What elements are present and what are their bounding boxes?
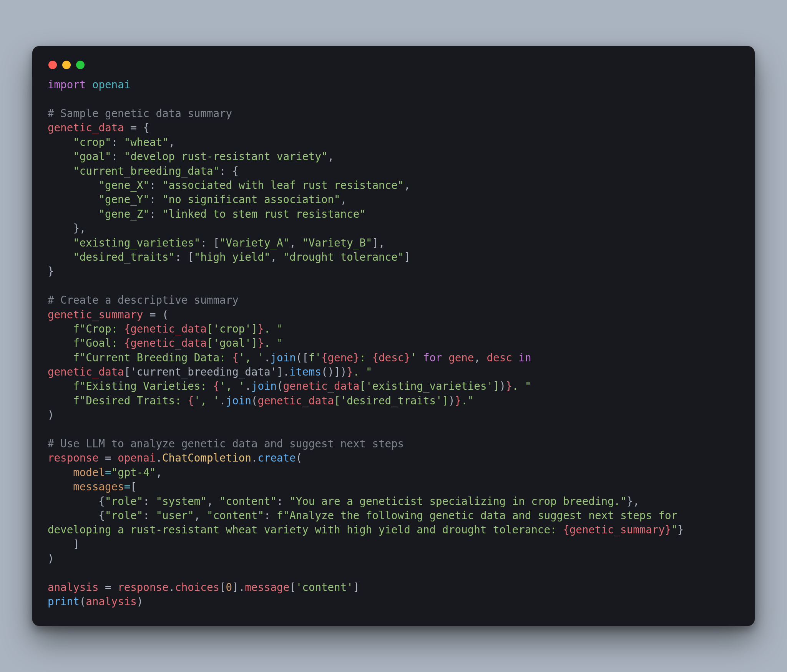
comma: , xyxy=(340,193,347,205)
minimize-icon[interactable] xyxy=(62,61,71,69)
mod-openai: openai xyxy=(118,452,156,464)
fn-join: join xyxy=(226,394,251,407)
var-gene: gene xyxy=(448,351,474,364)
comma: , xyxy=(633,495,639,507)
dot: . xyxy=(239,581,245,593)
key-gz: "gene_Z" xyxy=(98,208,149,220)
comma: , xyxy=(156,466,163,478)
paren: ) xyxy=(137,595,143,607)
brace: } xyxy=(627,495,633,507)
key-ev: "existing_varieties" xyxy=(73,237,200,249)
attr-message: message xyxy=(245,581,289,593)
close-icon[interactable] xyxy=(48,61,57,69)
var-response: response xyxy=(48,452,98,464)
param-model: model xyxy=(73,466,105,478)
paren: ( xyxy=(251,394,258,407)
op-eq: = xyxy=(105,466,111,478)
colon: : xyxy=(200,237,213,249)
dot: . xyxy=(169,581,175,593)
colon: : xyxy=(111,150,124,162)
paren: ) xyxy=(500,380,506,392)
fexpr-open: { xyxy=(188,394,194,407)
idx-content-open: [ xyxy=(289,581,296,593)
brace: } xyxy=(73,222,80,234)
kw-for: for xyxy=(423,351,442,364)
bracket: ] xyxy=(232,581,239,593)
fstr-ev-end: . " xyxy=(512,380,531,392)
var-response: response xyxy=(118,581,168,593)
v-content-system: "You are a geneticist specializing in cr… xyxy=(289,495,627,507)
fexpr-close: } xyxy=(506,380,512,392)
var-genetic-summary: genetic_summary xyxy=(48,308,143,321)
brace: { xyxy=(98,509,105,521)
colon: : xyxy=(143,509,156,521)
op-eq: = xyxy=(124,121,143,134)
val-gx: "associated with leaf rust resistance" xyxy=(162,179,404,191)
v-content-user-end: " xyxy=(671,523,678,536)
fstr-crop-end: . " xyxy=(264,323,283,335)
sep: ', ' xyxy=(239,351,264,364)
fstr-ev: f"Existing Varieties: xyxy=(73,380,213,392)
brace: } xyxy=(48,265,54,277)
val-model: "gpt-4" xyxy=(111,466,156,478)
var-desc: desc xyxy=(487,351,512,364)
fexpr-close: } xyxy=(257,337,264,349)
paren: ) xyxy=(448,394,455,407)
code-block: import openai # Sample genetic data summ… xyxy=(48,78,739,609)
k-content: "content" xyxy=(219,495,277,507)
key-cbd: "current_breeding_data" xyxy=(73,165,219,177)
bracket: [ xyxy=(219,581,226,593)
fexpr-idx: ['goal'] xyxy=(207,337,257,349)
sep: ', ' xyxy=(219,380,245,392)
fexpr-var: genetic_data xyxy=(130,323,207,335)
dot: . xyxy=(251,452,258,464)
fstr-crop: f"Crop: xyxy=(73,323,124,335)
fstr-cbd: f"Current Breeding Data: xyxy=(73,351,232,364)
fexpr-open: { xyxy=(232,351,239,364)
bracket: ] xyxy=(73,538,80,550)
colon: : xyxy=(175,251,188,263)
var-gd-wrap: genetic_data xyxy=(48,366,124,378)
fn-print: print xyxy=(48,595,80,607)
idx-ev: ['existing_varieties'] xyxy=(359,380,499,392)
idx-content-close: ] xyxy=(353,581,360,593)
colon: : xyxy=(149,208,162,220)
dot: . xyxy=(264,351,271,364)
op-eq: = xyxy=(143,308,162,321)
stage: import openai # Sample genetic data summ… xyxy=(0,0,787,672)
comment-2: # Create a descriptive summary xyxy=(48,294,239,306)
cls-chatcompletion: ChatCompletion xyxy=(162,452,251,464)
key-gy: "gene_Y" xyxy=(98,193,149,205)
val-dt-b: "drought tolerance" xyxy=(283,251,404,263)
brace: { xyxy=(232,165,239,177)
paren: ( xyxy=(80,595,86,607)
fn-join: join xyxy=(271,351,296,364)
paren: ( xyxy=(277,380,283,392)
k-role: "role" xyxy=(105,495,143,507)
key-dt: "desired_traits" xyxy=(73,251,175,263)
paren: ) xyxy=(48,552,54,564)
key-gx: "gene_X" xyxy=(98,179,149,191)
key-goal: "goal" xyxy=(73,150,111,162)
k-content: "content" xyxy=(207,509,264,521)
fexpr-open: { xyxy=(124,323,131,335)
fstr-goal: f"Goal: xyxy=(73,337,124,349)
val-crop: "wheat" xyxy=(124,136,169,148)
attr-choices: choices xyxy=(175,581,219,593)
colon: : xyxy=(219,165,232,177)
code-window: import openai # Sample genetic data summ… xyxy=(32,46,755,626)
zoom-icon[interactable] xyxy=(76,61,85,69)
comma: , xyxy=(289,237,302,249)
op-eq: = xyxy=(98,452,118,464)
sep: ', ' xyxy=(194,394,219,407)
comma: , xyxy=(271,251,283,263)
val-gz: "linked to stem rust resistance" xyxy=(162,208,366,220)
fexpr-open: { xyxy=(213,380,219,392)
bracket: [ xyxy=(213,237,220,249)
call: ()]) xyxy=(321,366,347,378)
comma: , xyxy=(194,509,207,521)
val-dt-a: "high yield" xyxy=(194,251,271,263)
fstr-goal-end: . " xyxy=(264,337,283,349)
paren: ) xyxy=(48,409,54,421)
brace: { xyxy=(143,121,149,134)
